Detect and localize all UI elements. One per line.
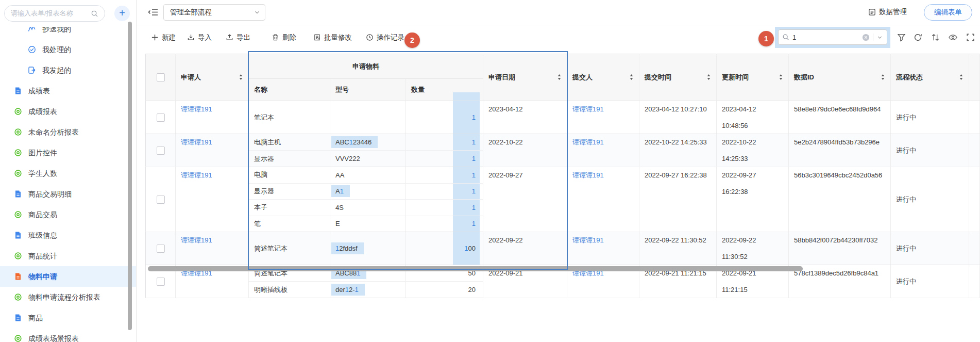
material-name-cell: 电脑 — [249, 167, 330, 184]
col-header-applicant[interactable]: 申请人 — [176, 54, 249, 101]
horizontal-scrollbar[interactable] — [148, 266, 803, 271]
sidebar-item-物料申请流程分析报表[interactable]: 物料申请流程分析报表 — [0, 287, 136, 307]
sidebar-search-input[interactable]: 请输入表单/报表名称 — [4, 5, 105, 22]
toolbar-button-label: 操作记录 — [377, 33, 404, 42]
applicant-link[interactable]: 谭谭谭191 — [181, 138, 212, 146]
sidebar-item-未命名分析报表[interactable]: 未命名分析报表 — [0, 122, 136, 142]
data-id-cell: 578cf1389dec5d26fb9c84a1 — [789, 265, 891, 298]
import-button[interactable]: 导入 — [187, 25, 212, 50]
submitter-link[interactable]: 谭谭谭191 — [572, 105, 604, 113]
submitter-link[interactable]: 谭谭谭191 — [572, 236, 604, 244]
row-checkbox[interactable] — [157, 278, 165, 286]
submitter-link[interactable]: 谭谭谭191 — [572, 171, 604, 179]
send-icon — [28, 27, 36, 33]
toolbar-button-label: 批量修改 — [324, 33, 352, 42]
col-group-materials[interactable]: 申请物料 — [249, 54, 483, 79]
edit-form-button[interactable]: 编辑表单 — [924, 4, 972, 21]
sidebar-item-我处理的[interactable]: 我处理的 — [0, 39, 136, 60]
flow-scope-value: 管理全部流程 — [170, 8, 212, 16]
sidebar-item-商品交易明细[interactable]: 商品交易明细 — [0, 184, 136, 204]
submitter-link[interactable]: 谭谭谭191 — [572, 138, 604, 146]
applicant-link[interactable]: 谭谭谭191 — [181, 236, 212, 244]
search-match-highlight: 12fddsf — [331, 242, 364, 254]
sidebar-item-成绩表场景报表[interactable]: 成绩表场景报表 — [0, 328, 136, 342]
sidebar-item-图片控件[interactable]: 图片控件 — [0, 142, 136, 163]
batch-edit-button[interactable]: 批量修改 — [313, 25, 352, 50]
extra-cell — [969, 134, 980, 167]
material-model-cell: 4S — [330, 200, 406, 216]
applicant-link[interactable]: 谭谭谭191 — [181, 171, 212, 179]
annotation-badge-1: 1 — [758, 31, 774, 46]
search-icon — [782, 34, 789, 41]
material-qty-cell: 1 — [406, 101, 483, 134]
fullscreen-icon[interactable] — [966, 33, 975, 42]
extra-cell — [969, 232, 980, 265]
sidebar-item-label: 商品 — [28, 307, 43, 328]
col-header-qty[interactable]: 数量 — [406, 79, 483, 101]
table-search-input[interactable]: 1 — [778, 29, 887, 45]
sidebar-item-抄送我的[interactable]: 抄送我的 — [0, 27, 136, 39]
col-header-data-id[interactable]: 数据ID — [789, 54, 891, 101]
sidebar-item-成绩表[interactable]: 成绩表 — [0, 80, 136, 101]
sidebar-item-班级信息[interactable]: 班级信息 — [0, 225, 136, 246]
col-header-name[interactable]: 名称 — [249, 79, 330, 101]
col-header-date[interactable]: 申请日期 — [483, 54, 567, 101]
sidebar-item-商品交易[interactable]: 商品交易 — [0, 204, 136, 225]
row-checkbox-cell — [146, 134, 176, 167]
col-header-model[interactable]: 型号 — [330, 79, 406, 101]
collapse-sidebar-icon[interactable] — [148, 8, 158, 17]
history-button[interactable]: 操作记录 — [366, 25, 404, 50]
row-checkbox[interactable] — [157, 146, 165, 155]
sidebar-item-商品统计[interactable]: 商品统计 — [0, 246, 136, 266]
applicant-cell: 谭谭谭191 — [176, 232, 249, 265]
sidebar-item-成绩报表[interactable]: 成绩报表 — [0, 101, 136, 122]
update-time-cell: 2022-09-27 16:22:38 — [717, 167, 789, 232]
row-checkbox[interactable] — [157, 245, 165, 253]
data-manage-button[interactable]: 数据管理 — [868, 7, 907, 17]
add-form-button[interactable]: + — [114, 6, 130, 21]
eye-icon[interactable] — [949, 33, 957, 42]
report-icon — [14, 149, 22, 157]
row-checkbox[interactable] — [157, 113, 165, 122]
table-row: 谭谭谭191电脑AA12022-09-27谭谭谭1912022-09-27 16… — [146, 167, 980, 184]
status-cell: 进行中 — [891, 134, 969, 167]
col-header-submit-time[interactable]: 提交时间 — [639, 54, 717, 101]
flow-scope-select[interactable]: 管理全部流程 — [163, 4, 265, 21]
sidebar-item-我发起的[interactable]: 我发起的 — [0, 60, 136, 80]
row-checkbox-cell — [146, 232, 176, 265]
plus-icon — [151, 34, 159, 41]
col-header-update-time[interactable]: 更新时间 — [717, 54, 789, 101]
applicant-link[interactable]: 谭谭谭191 — [181, 105, 212, 113]
plus-button[interactable]: 新建 — [151, 25, 176, 50]
submit-time-cell: 2022-10-22 14:25:33 — [639, 134, 717, 167]
export-button[interactable]: 导出 — [226, 25, 250, 50]
trash-button[interactable]: 删除 — [272, 25, 296, 50]
sidebar-item-label: 成绩报表 — [28, 101, 57, 122]
export-icon — [226, 34, 233, 41]
select-all-checkbox[interactable] — [157, 73, 165, 82]
sidebar-item-label: 未命名分析报表 — [28, 122, 79, 142]
submit-time-cell: 2022-09-27 16:22:38 — [639, 167, 717, 232]
sort-icon[interactable] — [931, 33, 940, 42]
row-checkbox[interactable] — [157, 196, 165, 204]
search-match-band — [453, 92, 480, 101]
search-match-highlight: der12-1 — [331, 284, 365, 296]
sidebar-item-物料申请[interactable]: 物料申请 — [0, 266, 136, 287]
refresh-icon[interactable] — [914, 33, 922, 42]
sidebar-item-商品[interactable]: 商品 — [0, 307, 136, 328]
divider — [873, 34, 873, 41]
table-row: 谭谭谭191笔记本12023-04-12谭谭谭1912023-04-12 10:… — [146, 101, 980, 134]
clear-search-icon[interactable] — [862, 34, 870, 41]
report-icon — [14, 252, 22, 260]
submitter-cell: 谭谭谭191 — [567, 134, 639, 167]
sidebar-scrollbar[interactable] — [128, 22, 132, 330]
col-header-status[interactable]: 流程状态 — [891, 54, 969, 101]
col-header-submitter[interactable]: 提交人 — [567, 54, 639, 101]
sidebar-item-list: 抄送我的我处理的我发起的成绩表成绩报表未命名分析报表图片控件学生人数商品交易明细… — [0, 27, 136, 342]
sidebar-item-学生人数[interactable]: 学生人数 — [0, 163, 136, 184]
toolbar-button-label: 新建 — [162, 33, 176, 42]
search-dropdown-chevron-icon[interactable] — [876, 34, 883, 41]
filter-icon[interactable] — [897, 33, 906, 42]
material-qty-cell: 100 — [406, 232, 483, 265]
material-qty-cell: 1 — [406, 134, 483, 151]
